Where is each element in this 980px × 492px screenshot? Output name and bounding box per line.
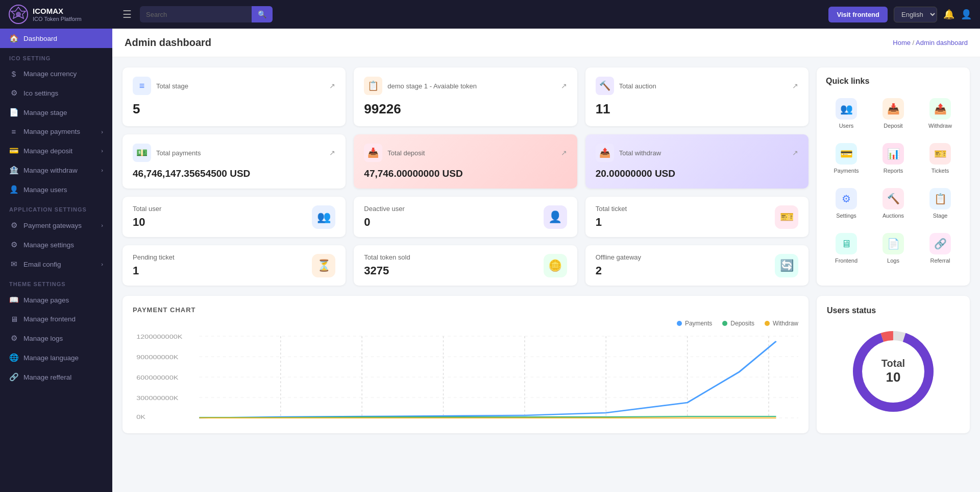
total-withdraw-icon: 📤 [596, 144, 614, 162]
total-token-sold-icon: 🪙 [544, 254, 567, 277]
quick-link-frontend[interactable]: 🖥 Frontend [826, 229, 867, 268]
donut-total-value: 10 [881, 369, 905, 385]
stat-card-total-token-sold: Total token sold 3275 🪙 [354, 245, 577, 286]
referral-icon: 🔗 [9, 372, 18, 382]
total-payments-arrow-icon[interactable]: ↗ [329, 149, 335, 157]
sidebar: 🏠 Dashboard ICO SETTING $ Manage currenc… [0, 29, 112, 492]
available-token-arrow-icon[interactable]: ↗ [561, 82, 567, 90]
quick-link-payments[interactable]: 💳 Payments [826, 139, 867, 178]
quick-link-withdraw-icon: 📤 [929, 98, 951, 120]
app-name: ICOMAX [33, 7, 82, 16]
quick-link-deposit[interactable]: 📥 Deposit [873, 94, 914, 133]
legend-payments: Payments [677, 320, 712, 327]
sidebar-item-manage-currency[interactable]: $ Manage currency [0, 64, 112, 83]
total-withdraw-arrow-icon[interactable]: ↗ [792, 149, 798, 157]
sidebar-item-email-config[interactable]: ✉ Email config › [0, 254, 112, 274]
quick-link-auctions[interactable]: 🔨 Auctions [873, 184, 914, 223]
legend-withdraw: Withdraw [765, 320, 798, 327]
quick-link-stage-icon: 📋 [929, 188, 951, 209]
stat-card-available-token: 📋 demo stage 1 - Avaiable token ↗ 99226 [354, 67, 577, 126]
donut-total-label: Total [881, 358, 905, 369]
total-deposit-arrow-icon[interactable]: ↗ [561, 149, 567, 157]
sidebar-section-app: APPLICATION SETTINGS [0, 199, 112, 216]
sidebar-item-manage-referral[interactable]: 🔗 Manage refferal [0, 367, 112, 387]
breadcrumb-home[interactable]: Home [893, 39, 911, 46]
total-payments-label: Total payments [156, 149, 201, 157]
quick-link-payments-icon: 💳 [836, 143, 857, 165]
quick-link-reports[interactable]: 📊 Reports [873, 139, 914, 178]
search-input[interactable] [140, 7, 252, 22]
legend-withdraw-label: Withdraw [773, 320, 798, 327]
bottom-section: PAYMENT CHART Payments Deposits Withdraw [112, 296, 980, 443]
total-withdraw-label: Total withdraw [619, 149, 661, 157]
sidebar-dashboard-label: Dashboard [23, 35, 57, 42]
quick-link-auctions-label: Auctions [883, 213, 904, 219]
deposit-arrow-icon: › [101, 148, 103, 154]
currency-icon: $ [9, 69, 18, 78]
language-select[interactable]: English [894, 7, 937, 22]
sidebar-item-dashboard[interactable]: 🏠 Dashboard [0, 29, 112, 48]
quick-link-users[interactable]: 👥 Users [826, 94, 867, 133]
total-user-icon: 👥 [312, 205, 335, 229]
sidebar-item-ico-settings[interactable]: ⚙ Ico settings [0, 83, 112, 103]
sidebar-item-manage-stage[interactable]: 📄 Manage stage [0, 103, 112, 122]
sidebar-item-manage-deposit[interactable]: 💳 Manage deposit › [0, 141, 112, 160]
quick-link-users-label: Users [839, 123, 854, 129]
svg-text:600000000K: 600000000K [136, 375, 179, 381]
svg-text:1200000000K: 1200000000K [136, 334, 183, 340]
total-stage-value: 5 [133, 101, 335, 117]
sidebar-item-manage-logs[interactable]: ⚙ Manage logs [0, 329, 112, 348]
total-stage-arrow-icon[interactable]: ↗ [329, 82, 335, 90]
quick-link-stage[interactable]: 📋 Stage [920, 184, 961, 223]
quick-link-reports-label: Reports [884, 168, 903, 174]
quick-link-settings[interactable]: ⚙ Settings [826, 184, 867, 223]
sidebar-item-manage-payments[interactable]: ≡ Manage payments › [0, 122, 112, 141]
sidebar-item-manage-users[interactable]: 👤 Manage users [0, 180, 112, 199]
sidebar-item-manage-language[interactable]: 🌐 Manage language [0, 348, 112, 367]
hamburger-button[interactable]: ☰ [122, 8, 132, 20]
sidebar-item-payment-gateways[interactable]: ⚙ Payment gateways › [0, 216, 112, 235]
quick-link-tickets[interactable]: 🎫 Tickets [920, 139, 961, 178]
stat-card-total-auction: 🔨 Total auction ↗ 11 [585, 67, 808, 126]
quick-link-referral[interactable]: 🔗 Referral [920, 229, 961, 268]
pending-ticket-value: 1 [133, 264, 175, 277]
total-auction-icon: 🔨 [596, 77, 614, 95]
logo-icon [8, 4, 29, 25]
visit-frontend-button[interactable]: Visit frontend [828, 7, 888, 22]
legend-payments-dot [677, 321, 682, 326]
quick-link-payments-label: Payments [834, 168, 859, 174]
pending-ticket-label: Pending ticket [133, 253, 175, 261]
search-button[interactable]: 🔍 [252, 6, 273, 22]
withdraw-icon: 🏦 [9, 166, 18, 175]
total-deposit-label: Total deposit [387, 149, 425, 157]
sidebar-item-manage-pages[interactable]: 📖 Manage pages [0, 290, 112, 310]
user-profile-icon[interactable]: 👤 [961, 9, 972, 20]
quick-link-withdraw[interactable]: 📤 Withdraw [920, 94, 961, 133]
offline-gateway-value: 2 [596, 264, 641, 277]
stat-card-total-deposit: 📥 Total deposit ↗ 47,746.00000000 USD [354, 134, 577, 189]
quick-link-settings-icon: ⚙ [836, 188, 857, 209]
quick-link-logs[interactable]: 📄 Logs [873, 229, 914, 268]
total-auction-arrow-icon[interactable]: ↗ [792, 82, 798, 90]
total-ticket-label: Total ticket [596, 205, 627, 213]
legend-deposits: Deposits [722, 320, 754, 327]
pages-icon: 📖 [9, 295, 18, 304]
offline-gateway-label: Offline gateway [596, 253, 641, 261]
donut-center: Total 10 [881, 358, 905, 385]
stat-card-total-payments: 💵 Total payments ↗ 46,746,147.35654500 U… [122, 134, 346, 189]
total-deposit-icon: 📥 [364, 144, 382, 162]
svg-text:0K: 0K [136, 414, 146, 420]
gateways-arrow-icon: › [101, 222, 103, 228]
sidebar-item-manage-withdraw[interactable]: 🏦 Manage withdraw › [0, 160, 112, 180]
logo: ICOMAX ICO Token Platform [8, 4, 110, 25]
notifications-icon[interactable]: 🔔 [943, 9, 954, 20]
stat-card-total-user: Total user 10 👥 [122, 197, 346, 237]
offline-gateway-icon: 🔄 [775, 254, 798, 277]
sidebar-item-manage-frontend[interactable]: 🖥 Manage frontend [0, 310, 112, 329]
quick-link-logs-label: Logs [887, 257, 899, 264]
total-payments-value: 46,746,147.35654500 USD [133, 168, 335, 179]
sidebar-item-manage-settings[interactable]: ⚙ Manage settings [0, 235, 112, 254]
email-arrow-icon: › [101, 261, 103, 267]
language-icon: 🌐 [9, 353, 18, 362]
chart-legend: Payments Deposits Withdraw [133, 320, 798, 327]
